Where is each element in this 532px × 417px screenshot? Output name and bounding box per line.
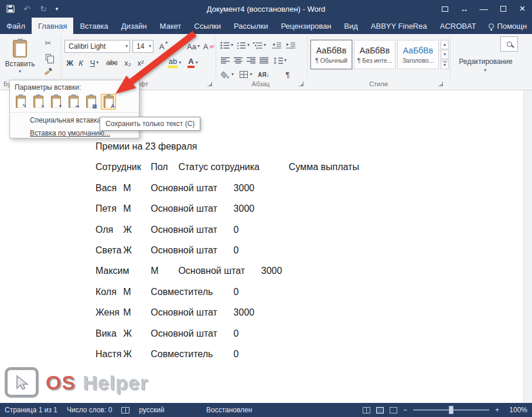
- font-size-combo[interactable]: 14 ▾: [132, 40, 154, 53]
- styles-scroll-up-button[interactable]: ▴: [441, 40, 449, 49]
- paste-button[interactable]: Вставить ▾: [5, 36, 35, 79]
- subscript-button[interactable]: х₂: [122, 56, 134, 69]
- customize-qat-button[interactable]: ▾: [52, 0, 62, 18]
- document-line[interactable]: Петя М Основной штат 3000: [96, 198, 359, 219]
- justify-button[interactable]: [258, 54, 270, 67]
- line-spacing-button[interactable]: ▾: [272, 54, 288, 67]
- scissors-icon: ✂: [45, 39, 52, 48]
- align-right-button[interactable]: [245, 54, 257, 67]
- undo-button[interactable]: ↶: [19, 0, 35, 18]
- borders-button[interactable]: ▾: [238, 68, 254, 81]
- document-line[interactable]: Настя Ж Совместитель 0: [96, 344, 359, 364]
- zoom-slider-thumb[interactable]: [449, 406, 453, 414]
- paste-option-keep-source-formatting-button[interactable]: ✎: [13, 94, 28, 110]
- increase-indent-button[interactable]: [285, 39, 296, 52]
- fit-window-button[interactable]: ↔: [455, 0, 474, 18]
- zoom-level[interactable]: 100%: [505, 406, 527, 414]
- shrink-font-button[interactable]: А▾: [171, 40, 184, 53]
- tab-mailings[interactable]: Рассылки: [227, 18, 274, 34]
- paste-option-picture-button[interactable]: ▦: [83, 94, 98, 110]
- tab-insert[interactable]: Вставка: [73, 18, 114, 34]
- language-indicator[interactable]: русский: [139, 406, 164, 414]
- tab-abbyy[interactable]: ABBYY FineRea: [364, 18, 434, 34]
- page-indicator[interactable]: Страница 1 из 1: [5, 406, 57, 414]
- bullets-button[interactable]: ▾: [219, 39, 234, 52]
- ribbon-tabs: ФайлГлавнаяВставкаДизайнМакетСсылкиРассы…: [0, 18, 483, 34]
- strikethrough-button[interactable]: abc: [104, 56, 120, 69]
- style-card-1[interactable]: АаБбВв¶ Обычный: [311, 40, 352, 69]
- styles-more-button[interactable]: ▾: [441, 60, 449, 69]
- paste-option-use-destination-theme-button[interactable]: +: [48, 94, 63, 110]
- highlight-icon: ab: [168, 57, 178, 68]
- superscript-button[interactable]: х²: [135, 56, 146, 69]
- format-painter-button[interactable]: [41, 66, 55, 76]
- clear-formatting-button[interactable]: А: [203, 40, 214, 53]
- document-line[interactable]: Вика Ж Основной штат 0: [96, 323, 359, 344]
- show-paragraph-marks-button[interactable]: ¶: [282, 68, 293, 81]
- change-case-button[interactable]: Аа▾: [185, 40, 202, 53]
- document-line[interactable]: Коля М Совместитель 0: [96, 282, 359, 302]
- save-button[interactable]: [2, 0, 19, 18]
- tab-home[interactable]: Главная: [32, 18, 73, 34]
- sort-button[interactable]: АЯ↓: [257, 68, 271, 81]
- ribbon-display-options-button[interactable]: [435, 0, 455, 18]
- bold-button[interactable]: Ж: [64, 56, 75, 69]
- tab-file[interactable]: Файл: [0, 18, 32, 34]
- document-line[interactable]: Вася М Основной штат 3000: [96, 178, 359, 198]
- print-layout-button[interactable]: [376, 407, 384, 413]
- style-card-2[interactable]: АаБбВв¶ Без инте...: [354, 40, 395, 69]
- find-button[interactable]: [500, 36, 518, 52]
- style-card-3[interactable]: АаБбВвЗаголово...: [397, 40, 439, 69]
- italic-button[interactable]: К: [76, 56, 86, 69]
- redo-button[interactable]: ↻: [35, 0, 52, 18]
- shading-button[interactable]: ▾: [219, 68, 236, 81]
- read-mode-button[interactable]: [363, 407, 370, 413]
- styles-dialog-launcher-icon[interactable]: [438, 82, 443, 86]
- proofing-icon[interactable]: [121, 407, 129, 413]
- tab-acrobat[interactable]: ACROBAT: [434, 18, 483, 34]
- clipboard-icon: +: [51, 96, 61, 108]
- tab-view[interactable]: Вид: [337, 18, 364, 34]
- document-line[interactable]: Сотрудник Пол Статус сотрудника Сумма вы…: [96, 157, 359, 177]
- copy-icon: [46, 54, 51, 60]
- paste-option-link-keep-source-button[interactable]: ∞: [66, 94, 81, 110]
- text-effects-button[interactable]: А▾: [149, 56, 164, 69]
- close-button[interactable]: ×: [513, 0, 532, 18]
- underline-button[interactable]: Ч▾: [87, 56, 102, 69]
- document-line[interactable]: Максим М Основной штат 3000: [96, 260, 359, 281]
- document-line[interactable]: Оля Ж Основной штат 0: [96, 219, 359, 240]
- cut-button[interactable]: ✂: [41, 38, 55, 48]
- tell-me-tab[interactable]: Помощн: [483, 18, 532, 34]
- text-highlight-button[interactable]: ab▾: [166, 56, 183, 69]
- font-family-combo[interactable]: Calibri Light ▾: [64, 40, 130, 53]
- paste-option-keep-text-only-button[interactable]: А: [101, 94, 116, 110]
- document-line[interactable]: Света Ж Основной штат 0: [96, 240, 359, 260]
- tab-design[interactable]: Дизайн: [115, 18, 154, 34]
- grow-font-button[interactable]: А▴: [157, 40, 170, 53]
- document-line[interactable]: Женя М Основной штат 3000: [96, 302, 359, 323]
- copy-button[interactable]: [41, 52, 55, 62]
- tab-review[interactable]: Рецензирован: [274, 18, 337, 34]
- chevron-down-icon: ▾: [56, 6, 59, 12]
- quick-access-toolbar: ↶ ↻ ▾: [0, 0, 62, 18]
- maximize-button[interactable]: [493, 0, 513, 18]
- tab-layout[interactable]: Макет: [153, 18, 187, 34]
- paste-option-merge-formatting-button[interactable]: ≡: [30, 94, 46, 110]
- styles-scroll-down-button[interactable]: ▾: [441, 50, 449, 59]
- decrease-indent-button[interactable]: [271, 39, 282, 52]
- web-layout-button[interactable]: [390, 407, 397, 413]
- zoom-slider[interactable]: [413, 409, 489, 411]
- zoom-out-button[interactable]: −: [403, 406, 407, 414]
- multilevel-list-button[interactable]: ▾: [252, 39, 267, 52]
- numbering-button[interactable]: ▾: [236, 39, 251, 52]
- align-center-button[interactable]: [232, 54, 244, 67]
- tab-references[interactable]: Ссылки: [187, 18, 227, 34]
- font-dialog-launcher-icon[interactable]: [207, 82, 212, 86]
- word-count[interactable]: Число слов: 0: [67, 406, 112, 414]
- align-left-button[interactable]: [219, 54, 231, 67]
- paragraph-dialog-launcher-icon[interactable]: [299, 82, 303, 86]
- zoom-in-button[interactable]: +: [495, 406, 499, 414]
- minimize-button[interactable]: —: [474, 0, 493, 18]
- editing-group-button[interactable]: Редактирование: [451, 57, 520, 66]
- font-color-button[interactable]: А▾: [185, 56, 200, 69]
